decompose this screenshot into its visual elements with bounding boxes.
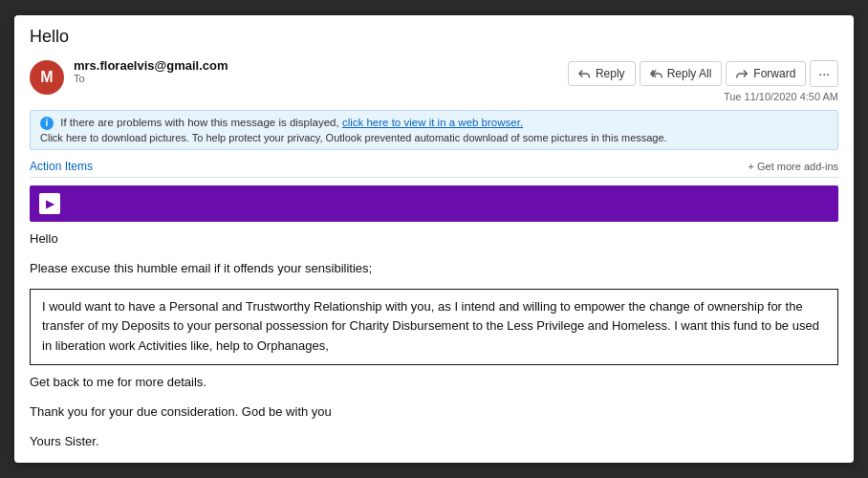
info-icon: i xyxy=(40,117,54,130)
greeting: Hello xyxy=(30,229,838,250)
sender-details: mrs.floraelvis@gmail.com To xyxy=(74,58,228,84)
para4: Yours Sister. xyxy=(30,432,838,452)
action-items-bar: Action Items + Get more add-ins xyxy=(30,156,838,178)
banner-icon: ▶ xyxy=(39,193,60,214)
avatar: M xyxy=(30,60,64,95)
info-line1-prefix: If there are problems with how this mess… xyxy=(60,117,338,128)
info-bar: i If there are problems with how this me… xyxy=(30,110,838,150)
para1: Please excuse this humble email if it of… xyxy=(30,259,838,279)
reply-all-label: Reply All xyxy=(667,67,712,80)
purple-banner: ▶ xyxy=(30,185,838,222)
forward-button[interactable]: Forward xyxy=(726,61,806,86)
timestamp: Tue 11/10/2020 4:50 AM xyxy=(724,91,838,102)
quoted-text: I would want to have a Personal and Trus… xyxy=(42,299,819,354)
view-in-browser-link[interactable]: click here to view it in a web browser. xyxy=(342,117,523,128)
info-line2: Click here to download pictures. To help… xyxy=(40,132,828,143)
sender-to: To xyxy=(74,73,228,84)
action-buttons: Reply Reply All Forward xyxy=(568,60,838,87)
para5: Mrs Flora Elvis. xyxy=(30,461,838,463)
email-subject: Hello xyxy=(14,15,854,54)
sender-info: M mrs.floraelvis@gmail.com To xyxy=(30,58,228,95)
reply-all-button[interactable]: Reply All xyxy=(640,61,723,86)
reply-icon xyxy=(578,67,592,80)
email-body: Hello Please excuse this humble email if… xyxy=(14,222,854,463)
para2: Get back to me for more details. xyxy=(30,373,838,393)
reply-all-icon xyxy=(650,67,663,80)
action-items-label[interactable]: Action Items xyxy=(30,160,93,173)
email-window: Hello M mrs.floraelvis@gmail.com To Repl… xyxy=(14,15,854,463)
quoted-block: I would want to have a Personal and Trus… xyxy=(30,289,838,365)
email-header: M mrs.floraelvis@gmail.com To Reply xyxy=(14,54,854,110)
header-right: Reply Reply All Forward xyxy=(568,58,838,102)
forward-label: Forward xyxy=(753,67,795,80)
info-line1: i If there are problems with how this me… xyxy=(40,117,828,130)
reply-label: Reply xyxy=(596,67,625,80)
para3: Thank you for your due consideration. Go… xyxy=(30,402,838,423)
forward-icon xyxy=(736,67,749,80)
more-button[interactable]: ··· xyxy=(810,60,838,87)
sender-email: mrs.floraelvis@gmail.com xyxy=(74,58,228,73)
get-more-addins[interactable]: + Get more add-ins xyxy=(749,161,838,172)
reply-button[interactable]: Reply xyxy=(568,61,636,86)
